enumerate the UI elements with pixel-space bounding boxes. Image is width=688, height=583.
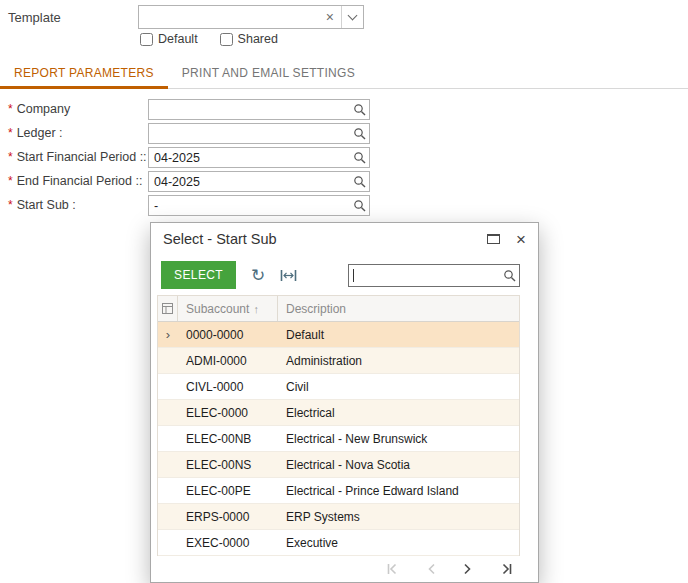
ledger-field[interactable] xyxy=(148,123,370,144)
table-row[interactable]: › ERPS-0000 ERP Systems xyxy=(158,504,519,530)
next-page-button[interactable] xyxy=(463,562,473,576)
shared-checkbox[interactable] xyxy=(220,33,233,46)
first-page-button[interactable] xyxy=(385,562,399,576)
template-input[interactable] xyxy=(139,6,319,28)
dropdown-caret-button[interactable] xyxy=(341,6,363,28)
refresh-button[interactable]: ↻ xyxy=(251,267,265,284)
template-options: Default Shared xyxy=(140,32,278,46)
description-cell: Default xyxy=(278,328,519,342)
table-row[interactable]: › EXEC-0000 Executive xyxy=(158,530,519,556)
column-header-subaccount[interactable]: Subaccount ↑ xyxy=(178,296,278,321)
search-icon xyxy=(353,151,366,164)
previous-page-button[interactable] xyxy=(426,562,436,576)
default-checkbox-label: Default xyxy=(158,32,198,46)
form-row-company: *Company xyxy=(0,99,420,121)
column-settings-button[interactable] xyxy=(158,296,178,321)
subaccount-cell: ADMI-0000 xyxy=(178,354,278,368)
row-marker-cell: › xyxy=(158,509,178,524)
template-label: Template xyxy=(8,10,61,25)
row-marker-cell: › xyxy=(158,535,178,550)
description-cell: Electrical - New Brunswick xyxy=(278,432,519,446)
last-page-button[interactable] xyxy=(500,562,514,576)
dialog-title: Select - Start Sub xyxy=(163,231,277,247)
start-period-input[interactable] xyxy=(149,148,349,167)
maximize-icon[interactable] xyxy=(487,234,500,244)
pagination-bar xyxy=(151,556,538,582)
description-cell: ERP Systems xyxy=(278,510,519,524)
start-period-lookup-button[interactable] xyxy=(349,148,369,167)
previous-page-icon xyxy=(426,562,436,576)
subaccount-cell: ELEC-0000 xyxy=(178,406,278,420)
start-sub-lookup-button[interactable] xyxy=(349,196,369,215)
ledger-lookup-button[interactable] xyxy=(349,124,369,143)
shared-checkbox-group[interactable]: Shared xyxy=(220,32,278,46)
start-sub-field[interactable] xyxy=(148,195,370,216)
subaccount-cell: CIVL-0000 xyxy=(178,380,278,394)
form-row-end-period: *End Financial Period :: xyxy=(0,171,420,193)
template-combobox[interactable]: × xyxy=(138,5,364,29)
next-page-icon xyxy=(463,562,473,576)
search-icon xyxy=(503,269,516,282)
dialog-toolbar: SELECT ↻ xyxy=(151,255,538,295)
description-cell: Electrical xyxy=(278,406,519,420)
refresh-icon: ↻ xyxy=(251,267,265,284)
select-start-sub-dialog: Select - Start Sub × SELECT ↻ xyxy=(150,222,539,583)
table-row[interactable]: › ELEC-00PE Electrical - Prince Edward I… xyxy=(158,478,519,504)
dialog-search-button[interactable] xyxy=(499,265,519,286)
table-row[interactable]: › ADMI-0000 Administration xyxy=(158,348,519,374)
start-sub-input[interactable] xyxy=(149,196,349,215)
clear-icon[interactable]: × xyxy=(319,9,341,25)
shared-checkbox-label: Shared xyxy=(238,32,278,46)
report-parameters-screen: Template × Default Shared REPORT PARAMET… xyxy=(0,0,688,583)
last-page-icon xyxy=(500,562,514,576)
description-cell: Electrical - Nova Scotia xyxy=(278,458,519,472)
description-cell: Executive xyxy=(278,536,519,550)
company-label: *Company xyxy=(8,102,70,116)
search-icon xyxy=(353,199,366,212)
fit-to-width-icon xyxy=(280,269,297,282)
table-row[interactable]: › ELEC-00NS Electrical - Nova Scotia xyxy=(158,452,519,478)
tab-bar: REPORT PARAMETERS PRINT AND EMAIL SETTIN… xyxy=(0,60,688,89)
table-row[interactable]: › CIVL-0000 Civil xyxy=(158,374,519,400)
end-period-input[interactable] xyxy=(149,172,349,191)
ledger-label: *Ledger : xyxy=(8,126,63,140)
company-input[interactable] xyxy=(149,100,349,119)
first-page-icon xyxy=(385,562,399,576)
form-row-start-sub: *Start Sub : xyxy=(0,195,420,217)
search-icon xyxy=(353,127,366,140)
description-cell: Electrical - Prince Edward Island xyxy=(278,484,519,498)
form-row-ledger: *Ledger : xyxy=(0,123,420,145)
select-button[interactable]: SELECT xyxy=(161,261,236,289)
close-icon[interactable]: × xyxy=(516,231,526,248)
dialog-search-box[interactable] xyxy=(348,264,520,287)
start-period-field[interactable] xyxy=(148,147,370,168)
end-period-lookup-button[interactable] xyxy=(349,172,369,191)
default-checkbox-group[interactable]: Default xyxy=(140,32,198,46)
ledger-input[interactable] xyxy=(149,124,349,143)
fit-to-width-button[interactable] xyxy=(280,269,297,282)
tab-report-parameters[interactable]: REPORT PARAMETERS xyxy=(0,60,168,89)
table-row[interactable]: › 0000-0000 Default xyxy=(158,322,519,348)
company-lookup-button[interactable] xyxy=(349,100,369,119)
start-period-label: *Start Financial Period :: xyxy=(8,150,147,164)
row-marker-cell: › xyxy=(158,457,178,472)
table-row[interactable]: › ELEC-0000 Electrical xyxy=(158,400,519,426)
row-marker-cell: › xyxy=(158,405,178,420)
start-sub-label: *Start Sub : xyxy=(8,198,76,212)
dialog-search-input[interactable] xyxy=(354,265,499,286)
end-period-field[interactable] xyxy=(148,171,370,192)
required-marker: * xyxy=(8,102,13,116)
grid-body: › 0000-0000 Default › ADMI-0000 Administ… xyxy=(158,322,519,556)
column-header-description[interactable]: Description xyxy=(278,296,519,321)
subaccount-cell: ELEC-00PE xyxy=(178,484,278,498)
dialog-titlebar: Select - Start Sub × xyxy=(151,223,538,255)
required-marker: * xyxy=(8,198,13,212)
tab-print-email-settings[interactable]: PRINT AND EMAIL SETTINGS xyxy=(168,60,369,89)
default-checkbox[interactable] xyxy=(140,33,153,46)
table-row[interactable]: › ELEC-00NB Electrical - New Brunswick xyxy=(158,426,519,452)
required-marker: * xyxy=(8,126,13,140)
company-field[interactable] xyxy=(148,99,370,120)
subaccount-cell: 0000-0000 xyxy=(178,328,278,342)
subaccount-grid: Subaccount ↑ Description › 0000-0000 Def… xyxy=(157,295,520,556)
sort-asc-icon: ↑ xyxy=(253,303,259,315)
